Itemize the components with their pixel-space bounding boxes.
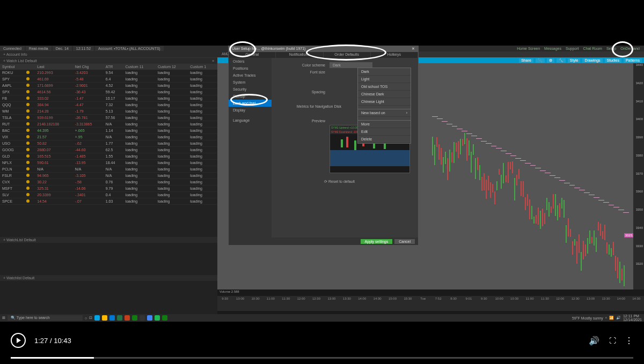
watchlist-row[interactable]: GOOG2880.07-44.6062.5loadingloadingloadi…	[0, 147, 217, 153]
chart-toolbar-button[interactable]: Drawings	[582, 58, 602, 63]
chart-toolbar-button[interactable]: Studies	[605, 58, 621, 63]
account-info-header[interactable]: + Account Info	[0, 51, 217, 58]
color-scheme-option[interactable]	[358, 106, 411, 109]
chart-toolbar-button[interactable]: 📎	[536, 58, 545, 63]
watchlist-2-header[interactable]: + WatchList Default	[0, 237, 217, 243]
watchlist-row[interactable]: SPCE14.54-.071.03loadingloadingloading	[0, 198, 217, 205]
clock[interactable]: 12:11 PM12/14/2021	[623, 314, 642, 322]
taskbar-search[interactable]: 🔍 Type here to search	[8, 315, 83, 321]
chart-toolbar-button[interactable]: Patterns	[624, 58, 642, 63]
color-scheme-option[interactable]	[358, 117, 411, 121]
color-scheme-option[interactable]: Dark	[358, 68, 411, 76]
edge-icon[interactable]	[94, 315, 100, 321]
watchlist-header[interactable]: + Watch List Default ≡	[0, 58, 217, 64]
watchlist-row[interactable]: USO50.82-.621.77loadingloadingloading	[0, 140, 217, 147]
watchlist-row[interactable]: BAC44.395+.6651.14loadingloadingloading	[0, 128, 217, 134]
settings-sidebar-item[interactable]: Orders	[229, 58, 272, 65]
settings-sidebar-item[interactable]: Positions	[229, 65, 272, 72]
settings-sidebar-item[interactable]: Security	[229, 86, 272, 93]
watchlist-row[interactable]: QQQ384.94-4.477.32loadingloadingloading	[0, 102, 217, 108]
settings-sidebar-item[interactable]: Display	[229, 107, 272, 114]
column-header[interactable]: Custom 12	[156, 64, 188, 70]
column-header[interactable]: Custom 11	[123, 64, 156, 70]
xbox-icon[interactable]	[132, 315, 137, 321]
powerpoint-icon[interactable]	[125, 315, 130, 321]
explorer-icon[interactable]	[102, 315, 107, 321]
app-icon[interactable]	[140, 315, 145, 321]
color-scheme-option[interactable]: Chinese Dark	[358, 91, 411, 98]
spotify-icon[interactable]	[155, 315, 160, 321]
column-header[interactable]: Net Chg	[73, 64, 104, 70]
reset-default-link[interactable]: ⟳ Reset to default	[324, 180, 355, 183]
watchlist-row[interactable]: ROKU210.2993-3.42039.54loadingloadingloa…	[0, 70, 217, 76]
chart-toolbar-button[interactable]: Style	[568, 58, 581, 63]
watchlist-row[interactable]: FB333.02-1.4710.17loadingloadingloading	[0, 95, 217, 102]
watchlist-row[interactable]: PCLNN/AN/AN/Aloadingloadingloading	[0, 166, 217, 173]
color-scheme-option[interactable]: Light	[358, 76, 411, 83]
chart-toolbar-button[interactable]: 🔧	[557, 58, 566, 63]
watchlist-row[interactable]: SPX4614.56-36.4359.42loadingloadingloadi…	[0, 89, 217, 95]
column-header[interactable]: Custom 1	[188, 64, 217, 70]
ondemand-link[interactable]: OnDemand	[620, 47, 640, 50]
watchlist-row[interactable]: SLV20.3399-.34010.4loadingloadingloading	[0, 192, 217, 198]
column-header[interactable]	[24, 64, 35, 70]
setup-link[interactable]: Setup	[606, 47, 616, 50]
color-scheme-option[interactable]: New based on	[358, 109, 411, 117]
watchlist-row[interactable]: TSLA939.6199-26.78157.56loadingloadinglo…	[0, 115, 217, 121]
column-header[interactable]: ATR	[104, 64, 123, 70]
chrome-icon[interactable]	[147, 315, 152, 321]
watchlist-row[interactable]: GLD165.515-1.4851.55loadingloadingloadin…	[0, 153, 217, 160]
watchlist-settings-icon[interactable]: ≡	[212, 59, 214, 63]
watchlist-row[interactable]: MSFT325.31-14.069.79loadingloadingloadin…	[0, 185, 217, 192]
watchlist-3-header[interactable]: + Watchlist Default	[0, 275, 217, 281]
settings-sidebar-item[interactable]: Language	[229, 117, 272, 124]
watchlist-row[interactable]: CVX30.22-.580.76loadingloadingloading	[0, 179, 217, 185]
column-header[interactable]: Last	[35, 64, 72, 70]
chart-toolbar-button[interactable]: ⚙	[547, 58, 554, 63]
column-header[interactable]: Symbol	[0, 64, 24, 70]
settings-sidebar-item[interactable]: Look and feel	[229, 100, 272, 107]
color-scheme-option[interactable]: Edit	[358, 128, 411, 136]
watchlist-row[interactable]: FSLR94.965-3.105N/Aloadingloadingloading	[0, 173, 217, 179]
settings-sidebar-item[interactable]: Startup	[229, 93, 272, 100]
mail-icon[interactable]	[109, 315, 115, 321]
cortana-icon[interactable]: ⊡	[89, 316, 92, 320]
volume-icon[interactable]: 🔊	[616, 316, 621, 320]
color-scheme-option[interactable]: Delete	[358, 136, 411, 143]
video-progress[interactable]	[11, 357, 633, 359]
watchlist-row[interactable]: RUT2148.182108-3.313865N/Aloadingloading…	[0, 121, 217, 128]
support-link[interactable]: Support	[566, 47, 579, 50]
weather-widget[interactable]: 59°F Mostly sunny	[572, 316, 603, 320]
watchlist-row[interactable]: SPY461.69-5.486.4loadingloadingloading	[0, 76, 217, 83]
excel-icon[interactable]	[117, 315, 122, 321]
modal-tab[interactable]: General	[229, 52, 276, 58]
tos-icon[interactable]	[162, 315, 167, 321]
color-scheme-option[interactable]: More	[358, 121, 411, 128]
watchlist-row[interactable]: VIX21.57+.95N/Aloadingloadingloading	[0, 134, 217, 140]
close-icon[interactable]: ✕	[412, 47, 415, 51]
chart-toolbar-button[interactable]: Share	[519, 58, 533, 63]
modal-tab[interactable]: Notifications	[276, 52, 323, 58]
messages-link[interactable]: Messages	[544, 47, 561, 50]
modal-tab[interactable]: Hotkeys	[371, 52, 418, 58]
color-scheme-option[interactable]: Old school TOS	[358, 83, 411, 91]
tray-chevron-icon[interactable]: ^	[605, 316, 607, 320]
watchlist-row[interactable]: NFLX590.61-13.9518.44loadingloadingloadi…	[0, 160, 217, 166]
chat-room-link[interactable]: Chat Room	[583, 47, 602, 50]
settings-sidebar-item[interactable]: Active Trades	[229, 72, 272, 79]
color-scheme-option[interactable]: Chinese Light	[358, 98, 411, 106]
wifi-icon[interactable]: 📶	[609, 316, 614, 320]
volume-icon[interactable]: 🔊	[589, 336, 599, 346]
watchlist-row[interactable]: AAPL171.6899-2.90014.52loadingloadingloa…	[0, 83, 217, 89]
modal-tab[interactable]: Order Defaults	[324, 52, 371, 58]
more-icon[interactable]: ⋮	[625, 336, 633, 346]
watchlist-row[interactable]: WM214.28-1.795.13loadingloadingloading	[0, 108, 217, 115]
play-button[interactable]	[11, 333, 26, 348]
start-icon[interactable]: ⊞	[2, 316, 5, 320]
home-screen-link[interactable]: Home Screen	[517, 47, 540, 50]
settings-sidebar-item[interactable]: System	[229, 79, 272, 86]
cancel-button[interactable]: Cancel	[394, 239, 415, 244]
account-selector[interactable]: Account: •TOTAL• (ALL ACCOUNTS)	[95, 46, 164, 51]
apply-settings-button[interactable]: Apply settings	[361, 239, 393, 244]
task-view-icon[interactable]: ○	[85, 316, 87, 320]
